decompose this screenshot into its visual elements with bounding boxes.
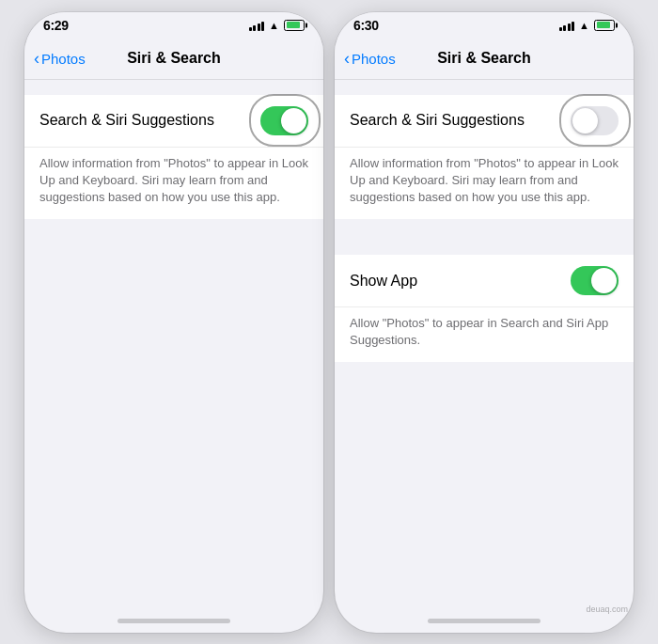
chevron-left-icon: ‹	[34, 50, 39, 67]
suggestions-toggle-left[interactable]	[260, 106, 308, 135]
battery-left	[284, 20, 305, 31]
back-label-left: Photos	[41, 51, 86, 67]
back-button-left[interactable]: ‹ Photos	[34, 51, 86, 67]
signal-bar-3	[258, 24, 260, 31]
nav-title-right: Siri & Search	[437, 50, 531, 67]
toggle-knob-right	[572, 108, 598, 134]
chevron-right-icon: ‹	[344, 50, 350, 67]
right-phone: 6:30 ▲ ‹ Photos Siri & Search	[335, 12, 634, 633]
status-icons-left: ▲	[249, 20, 305, 31]
show-app-toggle-knob-right	[591, 268, 617, 293]
home-indicator-left	[118, 619, 230, 623]
signal-bar-r1	[559, 27, 562, 31]
status-time-right: 6:30	[353, 18, 379, 33]
suggestions-toggle-right[interactable]	[571, 106, 619, 135]
suggestions-description-right: Allow information from "Photos" to appea…	[335, 148, 634, 220]
section-show-app-right: Show App Allow "Photos" to appear in Sea…	[335, 255, 634, 362]
status-bar-right: 6:30 ▲	[335, 12, 634, 39]
left-phone: 6:29 ▲ ‹ Photos Siri & Search	[24, 12, 323, 633]
signal-bar-r3	[568, 24, 571, 31]
signal-bar-r2	[563, 25, 566, 31]
show-app-toggle-right[interactable]	[571, 266, 619, 295]
signal-bar-4	[261, 22, 264, 31]
status-time-left: 6:29	[43, 18, 69, 33]
back-button-right[interactable]: ‹ Photos	[344, 51, 396, 67]
main-content-left: Search & Siri Suggestions Allow informat…	[24, 80, 323, 633]
signal-bar-1	[249, 27, 252, 31]
status-icons-right: ▲	[559, 20, 615, 31]
section-suggestions-left: Search & Siri Suggestions Allow informat…	[24, 95, 323, 220]
wifi-icon-left: ▲	[269, 20, 279, 31]
suggestions-label-left: Search & Siri Suggestions	[39, 112, 214, 129]
section-spacer-right	[335, 227, 634, 255]
signal-bars-left	[249, 20, 265, 31]
signal-bar-2	[253, 25, 256, 31]
signal-bar-r4	[572, 22, 574, 31]
toggle-knob-left	[281, 108, 306, 134]
status-bar-left: 6:29 ▲	[24, 12, 323, 39]
toggle-highlight-left	[260, 106, 308, 135]
toggle-highlight-right	[571, 106, 619, 135]
top-spacer-left	[24, 80, 323, 95]
signal-bars-right	[559, 20, 575, 31]
battery-fill-left	[287, 22, 300, 28]
right-phone-content: 6:30 ▲ ‹ Photos Siri & Search	[335, 12, 634, 633]
show-app-row-right: Show App	[335, 255, 634, 307]
watermark: deuaq.com	[586, 605, 628, 614]
nav-bar-left: ‹ Photos Siri & Search	[24, 39, 323, 80]
home-indicator-right	[428, 619, 540, 623]
suggestions-row-left: Search & Siri Suggestions	[24, 95, 323, 148]
suggestions-label-right: Search & Siri Suggestions	[350, 112, 525, 129]
nav-bar-right: ‹ Photos Siri & Search	[335, 39, 634, 80]
nav-title-left: Siri & Search	[127, 50, 221, 67]
battery-right	[594, 20, 615, 31]
suggestions-row-right: Search & Siri Suggestions	[335, 95, 634, 148]
battery-fill-right	[597, 22, 610, 28]
wifi-icon-right: ▲	[579, 20, 589, 31]
show-app-description-right: Allow "Photos" to appear in Search and S…	[335, 307, 634, 362]
left-phone-content: 6:29 ▲ ‹ Photos Siri & Search	[24, 12, 323, 633]
back-label-right: Photos	[352, 51, 396, 67]
suggestions-description-left: Allow information from "Photos" to appea…	[24, 148, 323, 220]
top-spacer-right	[335, 80, 634, 95]
main-content-right: Search & Siri Suggestions Allow informat…	[335, 80, 634, 633]
section-suggestions-right: Search & Siri Suggestions Allow informat…	[335, 95, 634, 220]
show-app-label-right: Show App	[350, 273, 417, 290]
